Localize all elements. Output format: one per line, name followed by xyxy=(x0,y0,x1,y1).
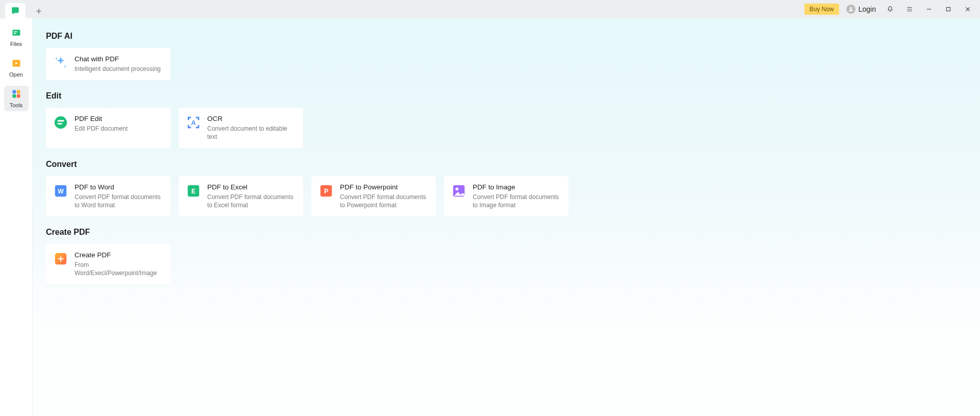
maximize-icon[interactable] xyxy=(941,2,955,16)
avatar-icon xyxy=(846,5,855,14)
section-title-create-pdf: Create PDF xyxy=(46,228,967,237)
card-title: PDF to Excel xyxy=(207,183,296,191)
login-button[interactable]: Login xyxy=(844,4,878,15)
card-pdf-to-excel[interactable]: E PDF to Excel Convert PDF format docume… xyxy=(179,176,303,216)
card-subtitle: Convert PDF format documents to Word for… xyxy=(75,193,163,209)
svg-point-12 xyxy=(64,66,66,67)
card-title: PDF Edit xyxy=(75,115,128,123)
card-pdf-edit[interactable]: PDF Edit Edit PDF document xyxy=(46,108,170,148)
svg-rect-15 xyxy=(57,123,62,125)
sidebar-item-open[interactable]: Open xyxy=(4,55,29,81)
tools-icon xyxy=(11,89,21,99)
card-pdf-to-image[interactable]: PDF to Image Convert PDF format document… xyxy=(444,176,569,216)
titlebar-right: Buy Now Login xyxy=(804,2,980,16)
svg-rect-1 xyxy=(947,8,950,11)
svg-point-11 xyxy=(56,58,58,60)
card-pdf-to-powerpoint[interactable]: P PDF to Powerpoint Convert PDF format d… xyxy=(311,176,436,216)
svg-rect-4 xyxy=(14,33,16,34)
svg-text:P: P xyxy=(324,187,328,194)
hamburger-menu-icon[interactable] xyxy=(902,2,917,16)
card-subtitle: Convert PDF format documents to Powerpoi… xyxy=(340,193,429,209)
card-ocr[interactable]: A OCR Convert document to editable text xyxy=(179,108,303,148)
section-title-edit: Edit xyxy=(46,91,967,101)
card-title: PDF to Image xyxy=(473,183,561,191)
tab-area xyxy=(0,0,46,18)
svg-text:W: W xyxy=(58,187,64,194)
app-logo-icon xyxy=(11,6,20,15)
svg-rect-8 xyxy=(16,90,20,94)
card-create-pdf[interactable]: Create PDF From Word/Execl/Powerpoint/Im… xyxy=(46,244,170,284)
app-tab[interactable] xyxy=(5,3,26,18)
svg-rect-3 xyxy=(14,32,17,33)
svg-rect-2 xyxy=(12,30,20,36)
login-label: Login xyxy=(859,5,876,13)
card-title: PDF to Word xyxy=(75,183,163,191)
main-content: PDF AI Chat with PDF Intelligent documen… xyxy=(33,18,980,416)
notifications-icon[interactable] xyxy=(883,2,897,16)
pdf-edit-icon xyxy=(53,115,68,130)
svg-text:E: E xyxy=(191,187,195,194)
svg-point-24 xyxy=(455,187,458,190)
card-subtitle: From Word/Execl/Powerpoint/Image xyxy=(75,261,163,277)
card-chat-with-pdf[interactable]: Chat with PDF Intelligent document proce… xyxy=(46,48,170,80)
open-icon xyxy=(11,58,21,68)
card-subtitle: Intelligent document processing xyxy=(75,65,161,73)
new-tab-button[interactable] xyxy=(32,4,46,18)
card-subtitle: Convert PDF format documents to Image fo… xyxy=(473,193,561,209)
sidebar: Files Open Tools xyxy=(0,18,33,416)
card-title: PDF to Powerpoint xyxy=(340,183,429,191)
svg-rect-9 xyxy=(12,94,16,98)
card-subtitle: Edit PDF document xyxy=(75,125,128,133)
svg-point-0 xyxy=(850,7,852,9)
ocr-icon: A xyxy=(186,115,201,130)
svg-rect-14 xyxy=(57,120,64,122)
sidebar-item-label: Open xyxy=(9,71,23,78)
buy-now-button[interactable]: Buy Now xyxy=(804,4,839,15)
sparkle-icon xyxy=(53,55,68,70)
card-title: Create PDF xyxy=(75,251,163,259)
card-title: OCR xyxy=(207,115,296,123)
svg-point-13 xyxy=(55,116,67,129)
card-subtitle: Convert PDF format documents to Excel fo… xyxy=(207,193,296,209)
minimize-icon[interactable] xyxy=(922,2,936,16)
card-subtitle: Convert document to editable text xyxy=(207,125,296,141)
sidebar-item-label: Tools xyxy=(10,102,23,108)
section-title-convert: Convert xyxy=(46,160,967,169)
titlebar: Buy Now Login xyxy=(0,0,980,18)
close-icon[interactable] xyxy=(961,2,975,16)
svg-rect-10 xyxy=(16,94,20,98)
excel-icon: E xyxy=(186,183,201,199)
files-icon xyxy=(11,28,21,38)
svg-text:A: A xyxy=(191,119,196,127)
section-title-pdf-ai: PDF AI xyxy=(46,32,967,41)
sidebar-item-tools[interactable]: Tools xyxy=(4,86,29,111)
sidebar-item-label: Files xyxy=(10,41,22,47)
svg-rect-7 xyxy=(12,90,16,94)
card-pdf-to-word[interactable]: W PDF to Word Convert PDF format documen… xyxy=(46,176,170,216)
sidebar-item-files[interactable]: Files xyxy=(4,25,29,50)
card-title: Chat with PDF xyxy=(75,55,161,63)
word-icon: W xyxy=(53,183,68,199)
create-pdf-icon xyxy=(53,251,68,266)
powerpoint-icon: P xyxy=(318,183,334,199)
image-icon xyxy=(451,183,467,199)
